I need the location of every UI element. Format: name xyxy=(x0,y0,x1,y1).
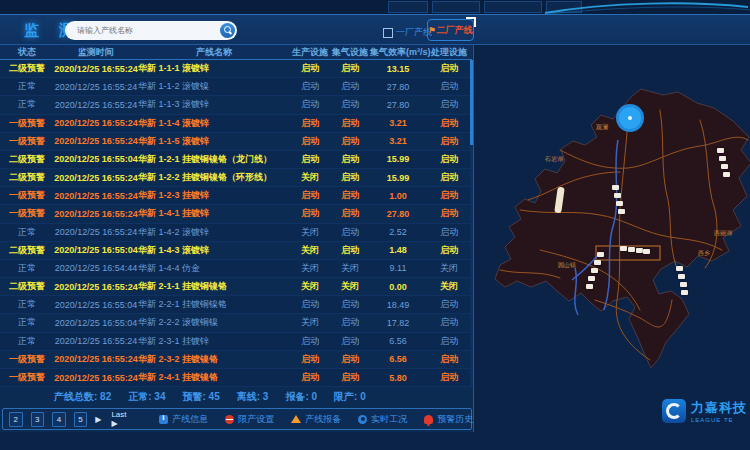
column-header: 处理设施 xyxy=(426,46,472,59)
factory-marker[interactable] xyxy=(719,156,726,161)
page-number-button[interactable]: 2 xyxy=(9,412,23,427)
next-page-button[interactable]: ▶ xyxy=(95,415,101,424)
last-page-button[interactable]: Last ▶ xyxy=(111,410,132,428)
table-cell: 启动 xyxy=(426,335,472,348)
table-cell: 2020/12/25 16:55:24 xyxy=(54,336,138,346)
table-row[interactable]: 一级预警2020/12/25 16:55:24华新 1-4-1 挂镀锌启动启动2… xyxy=(0,205,472,223)
table-row[interactable]: 二级预警2020/12/25 16:55:24华新 1-2-2 挂镀铜镍铬（环形… xyxy=(0,169,472,187)
table-cell: 2020/12/25 16:55:24 xyxy=(54,100,138,110)
factory1-checkbox[interactable]: 一厂产线 xyxy=(383,26,432,39)
table-cell: 启动 xyxy=(290,153,330,166)
factory-marker[interactable] xyxy=(678,274,685,279)
table-row[interactable]: 正常2020/12/25 16:55:04华新 2-2-1 挂镀铜镍铬启动启动1… xyxy=(0,296,472,314)
table-cell: 启动 xyxy=(290,353,330,366)
gear-icon xyxy=(358,415,367,424)
table-cell: 2020/12/25 16:55:04 xyxy=(54,154,138,164)
factory-marker[interactable] xyxy=(591,268,598,273)
factory-marker[interactable] xyxy=(636,248,643,253)
table-cell: 启动 xyxy=(330,135,370,148)
table-row[interactable]: 正常2020/12/25 16:55:24华新 1-1-2 滚镀镍启动启动27.… xyxy=(0,78,472,96)
table-cell: 启动 xyxy=(330,298,370,311)
table-cell: 正常 xyxy=(0,316,54,329)
table-cell: 启动 xyxy=(330,207,370,220)
factory-marker[interactable] xyxy=(628,247,635,252)
table-cell: 0.00 xyxy=(370,282,426,292)
legend-item-预警历史[interactable]: 预警历史 xyxy=(424,413,473,426)
factory-marker[interactable] xyxy=(594,260,601,265)
search-input[interactable] xyxy=(75,25,209,36)
table-row[interactable]: 正常2020/12/25 16:55:24华新 1-1-3 滚镀锌启动启动27.… xyxy=(0,96,472,114)
legend-toolbar: 产线信息限产设置产线报备实时工况预警历史 xyxy=(142,413,473,426)
page-number-button[interactable]: 4 xyxy=(52,412,66,427)
page-number-button[interactable]: 3 xyxy=(31,412,45,427)
table-row[interactable]: 二级预警2020/12/25 16:55:04华新 1-2-1 挂镀铜镍铬（龙门… xyxy=(0,151,472,169)
summary-item: 报备: 0 xyxy=(285,390,317,404)
factory-marker[interactable] xyxy=(723,172,730,177)
search-box[interactable] xyxy=(65,21,237,40)
table-row[interactable]: 二级预警2020/12/25 16:55:24华新 2-1-1 挂镀铜镍铬关闭关… xyxy=(0,278,472,296)
table-cell: 关闭 xyxy=(330,262,370,275)
table-cell: 2020/12/25 16:54:44 xyxy=(54,263,138,273)
scrollbar-thumb[interactable] xyxy=(470,60,473,145)
table-row[interactable]: 一级预警2020/12/25 16:55:24华新 1-2-3 挂镀锌启动启动1… xyxy=(0,187,472,205)
factory-marker[interactable] xyxy=(597,252,604,257)
table-row[interactable]: 正常2020/12/25 16:55:24华新 1-4-2 滚镀锌关闭启动2.5… xyxy=(0,224,472,242)
table-scrollbar[interactable] xyxy=(470,60,473,387)
factory-marker[interactable] xyxy=(618,209,625,214)
factory-marker[interactable] xyxy=(721,164,728,169)
table-row[interactable]: 一级预警2020/12/25 16:55:24华新 1-1-4 滚镀锌启动启动3… xyxy=(0,115,472,133)
legend-item-产线报备[interactable]: 产线报备 xyxy=(291,413,341,426)
legend-item-产线信息[interactable]: 产线信息 xyxy=(159,413,208,426)
legend-label: 限产设置 xyxy=(238,413,274,426)
magnifier-icon[interactable] xyxy=(220,23,235,38)
factory-marker[interactable] xyxy=(614,193,621,198)
column-header: 状态 xyxy=(0,46,54,59)
table-cell: 启动 xyxy=(330,371,370,384)
factory-marker[interactable] xyxy=(586,284,593,289)
table-cell: 启动 xyxy=(330,80,370,93)
table-row[interactable]: 正常2020/12/25 16:55:24华新 2-3-1 挂镀锌启动启动6.5… xyxy=(0,333,472,351)
table-cell: 启动 xyxy=(426,62,472,75)
factory-marker[interactable] xyxy=(681,290,688,295)
summary-item: 预警: 45 xyxy=(182,390,219,404)
table-row[interactable]: 正常2020/12/25 16:54:44华新 1-4-4 仿金关闭关闭9.11… xyxy=(0,260,472,278)
monitoring-dashboard: 监 测 一厂产线 ⚑ 二厂产线 状态监测时间产线名称生产设施集气设施集气效率(m… xyxy=(0,0,750,450)
table-cell: 关闭 xyxy=(290,262,330,275)
table-row[interactable]: 二级预警2020/12/25 16:55:24华新 1-1-1 滚镀锌启动启动1… xyxy=(0,60,472,78)
legend-item-实时工况[interactable]: 实时工况 xyxy=(358,413,407,426)
summary-item: 产线总数: 82 xyxy=(54,390,111,404)
table-cell: 关闭 xyxy=(290,244,330,257)
factory-marker[interactable] xyxy=(643,249,650,254)
cluster-marker[interactable] xyxy=(616,104,644,132)
factory-marker[interactable] xyxy=(676,266,683,271)
table-cell: 华新 1-2-2 挂镀铜镍铬（环形线） xyxy=(138,171,290,184)
factory2-button[interactable]: ⚑ 二厂产线 xyxy=(427,19,474,41)
table-cell: 启动 xyxy=(290,298,330,311)
factory-marker[interactable] xyxy=(616,201,623,206)
summary-item: 正常: 34 xyxy=(128,390,165,404)
table-cell: 3.21 xyxy=(370,118,426,128)
factory2-label: 二厂产线 xyxy=(437,24,473,37)
table-row[interactable]: 一级预警2020/12/25 16:55:24华新 1-1-5 滚镀锌启动启动3… xyxy=(0,133,472,151)
checkbox-icon[interactable] xyxy=(383,28,393,38)
factory-marker[interactable] xyxy=(620,246,627,251)
table-cell: 2020/12/25 16:55:24 xyxy=(54,64,138,74)
table-cell: 华新 1-4-3 滚镀锌 xyxy=(138,244,290,257)
legend-item-限产设置[interactable]: 限产设置 xyxy=(225,413,274,426)
triangle-icon xyxy=(291,415,301,423)
factory-marker[interactable] xyxy=(612,185,619,190)
limit-icon xyxy=(225,415,234,424)
table-row[interactable]: 正常2020/12/25 16:55:04华新 2-2-2 滚镀铜镍关闭启动17… xyxy=(0,314,472,332)
factory-marker[interactable] xyxy=(717,148,724,153)
table-row[interactable]: 二级预警2020/12/25 16:55:04华新 1-4-3 滚镀锌关闭启动1… xyxy=(0,242,472,260)
table-row[interactable]: 一级预警2020/12/25 16:55:24华新 2-3-2 挂镀镍铬启动启动… xyxy=(0,351,472,369)
table-cell: 2020/12/25 16:55:24 xyxy=(54,136,138,146)
table-row[interactable]: 一级预警2020/12/25 16:55:24华新 2-4-1 挂镀镍铬启动启动… xyxy=(0,369,472,387)
factory-marker[interactable] xyxy=(588,276,595,281)
table-cell: 华新 1-1-1 滚镀锌 xyxy=(138,62,290,75)
page-number-button[interactable]: 5 xyxy=(74,412,88,427)
table-cell: 启动 xyxy=(426,298,472,311)
table-cell: 华新 1-4-1 挂镀锌 xyxy=(138,207,290,220)
legend-label: 产线信息 xyxy=(172,413,208,426)
factory-marker[interactable] xyxy=(680,282,687,287)
